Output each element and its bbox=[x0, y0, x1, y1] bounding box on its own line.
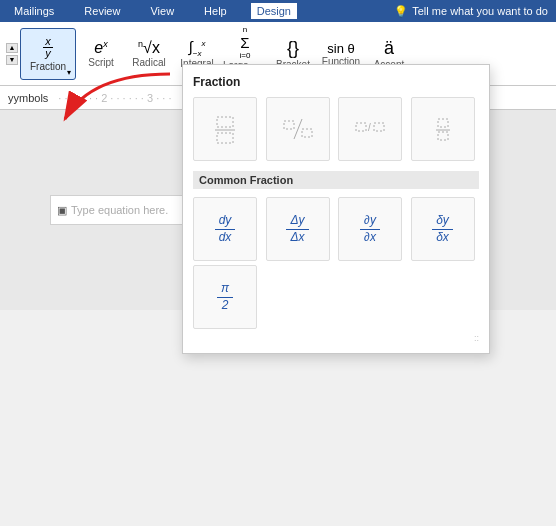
dy-dx-frac: dy dx bbox=[215, 213, 236, 245]
fraction-symbol: x y bbox=[43, 36, 53, 59]
skewed-fraction-cell[interactable] bbox=[266, 97, 330, 161]
scroll-down-btn[interactable]: ▼ bbox=[6, 55, 18, 65]
fraction-dropdown-arrow[interactable]: ▾ bbox=[67, 68, 71, 77]
pi-num: π bbox=[217, 281, 233, 298]
partial-y-dx-cell[interactable]: ∂y ∂x bbox=[338, 197, 402, 261]
dropdown-title: Fraction bbox=[193, 75, 479, 89]
script-label: Script bbox=[88, 57, 114, 68]
svg-rect-3 bbox=[217, 133, 233, 143]
svg-rect-10 bbox=[438, 119, 448, 127]
svg-rect-1 bbox=[217, 117, 233, 127]
delta-small-den: δx bbox=[432, 230, 453, 246]
bracket-symbol: {} bbox=[287, 38, 299, 59]
svg-text:/: / bbox=[368, 122, 371, 133]
partial-frac: ∂y ∂x bbox=[360, 213, 380, 245]
pi-over-2-cell[interactable]: π 2 bbox=[193, 265, 257, 329]
svg-rect-12 bbox=[438, 132, 448, 140]
common-fraction-label: Common Fraction bbox=[193, 171, 479, 189]
delta-small-num: δy bbox=[432, 213, 453, 230]
small-fraction-cell[interactable] bbox=[411, 97, 475, 161]
equation-placeholder: Type equation here. bbox=[71, 204, 168, 216]
linear-fraction-cell[interactable]: / bbox=[338, 97, 402, 161]
delta-num: Δy bbox=[286, 213, 308, 230]
tab-view[interactable]: View bbox=[144, 3, 180, 19]
fraction-label: Fraction bbox=[30, 61, 66, 72]
pi-den: 2 bbox=[218, 298, 233, 314]
lightbulb-icon: 💡 bbox=[394, 5, 408, 18]
equation-input-icon: ▣ bbox=[57, 204, 67, 217]
pi-frac: π 2 bbox=[217, 281, 233, 313]
accent-symbol: ä bbox=[384, 38, 394, 59]
ribbon-scroll-left[interactable]: ▲ ▼ bbox=[6, 43, 18, 65]
delta-small-frac: δy δx bbox=[432, 213, 453, 245]
tab-mailings[interactable]: Mailings bbox=[8, 3, 60, 19]
tab-help[interactable]: Help bbox=[198, 3, 233, 19]
dy-dx-num: dy bbox=[215, 213, 236, 230]
search-placeholder-text: Tell me what you want to do bbox=[412, 5, 548, 17]
svg-rect-9 bbox=[374, 123, 384, 131]
delta-small-cell[interactable]: δy δx bbox=[411, 197, 475, 261]
large-operator-symbol: n Σ i=0 bbox=[240, 25, 251, 60]
fraction-button[interactable]: x y Fraction ▾ bbox=[20, 28, 76, 80]
dy-dx-den: dx bbox=[215, 230, 236, 246]
radical-button[interactable]: n√x Radical bbox=[126, 28, 172, 80]
tab-review[interactable]: Review bbox=[78, 3, 126, 19]
partial-num: ∂y bbox=[360, 213, 380, 230]
tab-design[interactable]: Design bbox=[251, 3, 297, 19]
delta-y-dx-cell[interactable]: Δy Δx bbox=[266, 197, 330, 261]
fraction-dropdown-panel: Fraction / bbox=[182, 64, 490, 354]
ribbon-bar: Mailings Review View Help Design 💡 Tell … bbox=[0, 0, 556, 22]
delta-frac: Δy Δx bbox=[286, 213, 308, 245]
symbols-label2: ymbols bbox=[14, 92, 49, 104]
ruler-dots: · · · · · · · 2 · · · · · · 3 · · · bbox=[58, 92, 171, 104]
svg-rect-7 bbox=[356, 123, 366, 131]
stacked-fraction-cell[interactable] bbox=[193, 97, 257, 161]
svg-rect-6 bbox=[302, 129, 312, 137]
script-symbol: ex bbox=[94, 39, 107, 57]
integral-symbol: ∫−xx bbox=[189, 38, 206, 58]
bottom-fraction-row: π 2 bbox=[193, 265, 479, 329]
svg-rect-4 bbox=[284, 121, 294, 129]
resize-handle: :: bbox=[193, 333, 479, 343]
radical-label: Radical bbox=[132, 57, 165, 68]
svg-line-5 bbox=[294, 119, 302, 139]
radical-symbol: n√x bbox=[138, 39, 160, 57]
ribbon-search-area: 💡 Tell me what you want to do bbox=[394, 5, 548, 18]
dy-dx-cell[interactable]: dy dx bbox=[193, 197, 257, 261]
partial-den: ∂x bbox=[360, 230, 380, 246]
delta-den: Δx bbox=[286, 230, 308, 246]
common-fraction-grid: dy dx Δy Δx ∂y ∂x δy δx bbox=[193, 197, 479, 261]
function-symbol: sin θ bbox=[327, 41, 354, 56]
fraction-grid: / bbox=[193, 97, 479, 161]
scroll-up-btn[interactable]: ▲ bbox=[6, 43, 18, 53]
script-button[interactable]: ex Script bbox=[78, 28, 124, 80]
